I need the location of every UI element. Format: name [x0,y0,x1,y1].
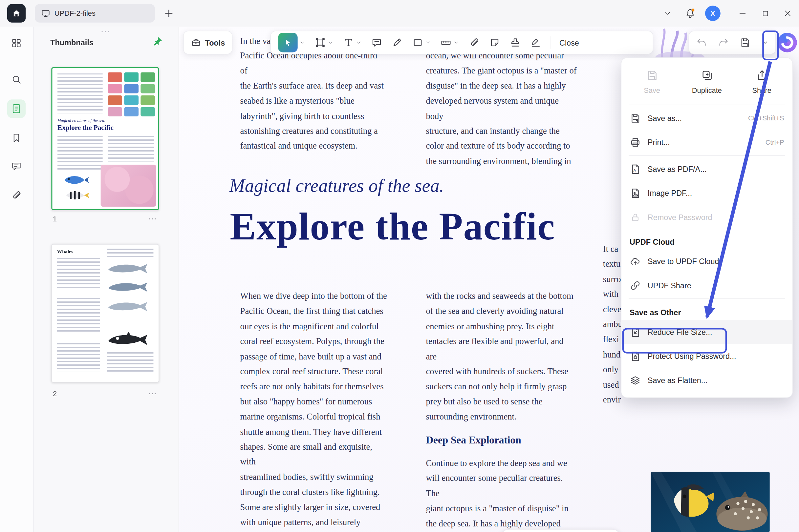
highlighter-tool-button[interactable] [392,37,403,48]
undo-icon[interactable] [696,37,707,48]
image-file-icon [630,187,641,198]
menu-item-save-as[interactable]: Save as... Ctrl+Shift+S [621,106,793,130]
document-tab[interactable]: UPDF-2-files [35,4,155,23]
collapse-toolbar-chevron[interactable] [656,9,679,17]
maximize-button[interactable] [754,10,776,17]
menu-divider [629,104,785,105]
comment-tool-button[interactable] [371,37,382,48]
intro-left-column: Pacific Ocean occupies about one-third o… [240,48,387,154]
save-as-icon [630,113,641,124]
thumb2-text-placeholder-4 [107,249,153,259]
thumb1-coral-image [101,165,156,207]
page-thumbnail-2[interactable]: Whales [51,244,159,382]
measure-chevron-icon[interactable] [453,39,459,45]
monitor-icon [41,9,50,18]
close-window-button[interactable] [776,9,799,17]
thumb2-text-placeholder-2 [57,298,100,334]
pin-panel-icon[interactable] [152,36,163,46]
page-navigation-bar[interactable] [500,530,621,532]
bookmarks-icon[interactable] [7,129,25,147]
quick-action-duplicate[interactable]: Duplicate [679,65,734,99]
toolbox-icon [191,37,201,48]
cloud-upload-icon [630,255,641,267]
body-middle-column: with the rocks and seaweeds at the botto… [426,289,576,424]
apps-grid-icon[interactable] [7,34,25,52]
quick-action-share[interactable]: Share [734,65,789,99]
search-icon[interactable] [7,70,25,89]
editing-toolbar: Close [271,31,653,54]
body-middle-column-continued: Continue to explore the deep sea and we … [426,456,576,532]
redo-icon[interactable] [718,37,729,48]
edit-object-tool-button[interactable] [314,37,326,48]
menu-divider [629,299,785,299]
app-window: In the va Pacific Ocean occupies about o… [0,0,799,532]
cursor-arrow-icon [283,38,292,47]
save-icon[interactable] [740,37,751,48]
shapes-chevron-icon[interactable] [425,39,431,45]
tab-title: UPDF-2-files [54,9,95,17]
panel-drag-handle[interactable]: ⋯ [101,25,111,37]
printer-icon [630,137,641,148]
updf-ai-logo[interactable] [777,33,797,52]
menu-item-updf-share[interactable]: UPDF Share [621,273,793,297]
intro-right-column: ocean, we will encounter some peculiar c… [426,48,577,169]
thumb1-creature-grid-image [108,72,155,116]
comments-icon[interactable] [7,157,25,175]
quick-actions-row: Save Duplicate Share [621,61,793,103]
thumbnails-panel-icon[interactable] [7,99,25,118]
attach-file-tool-button[interactable] [469,37,479,48]
compress-file-icon [630,326,641,338]
menu-item-save-as-flatten[interactable]: Save as Flatten... [621,368,793,392]
notifications-bell-icon[interactable] [679,7,702,19]
select-tool-button[interactable] [278,33,297,52]
tools-label: Tools [205,38,225,47]
thumb1-text-placeholder-left [57,136,103,170]
home-button[interactable] [7,4,25,23]
panel-title: Thumbnails [50,38,94,47]
signature-tool-button[interactable] [530,37,541,48]
text-tool-button[interactable] [343,37,354,48]
section-header-updf-cloud: UPDF Cloud [621,229,793,249]
sidebar-icon-rail [0,26,34,532]
text-tool-chevron-icon[interactable] [356,39,362,45]
menu-item-print[interactable]: Print... Ctrl+P [621,130,793,154]
measure-tool-button[interactable] [440,37,451,48]
home-icon [11,8,21,18]
thumb2-text-placeholder-3 [57,343,100,372]
shapes-tool-button[interactable] [412,37,423,48]
page-thumbnail-1[interactable]: Magical creatures of the sea. Explore th… [51,67,159,210]
minimize-button[interactable] [731,9,754,17]
stamp-tool-button[interactable] [509,37,521,48]
lock-icon [630,212,641,223]
menu-item-save-to-updf-cloud[interactable]: Save to UPDF Cloud [621,249,793,273]
thumb2-text-placeholder-1 [57,258,100,289]
save-icon [646,69,658,82]
attachments-icon[interactable] [7,186,25,204]
toolbar-divider [550,36,551,49]
menu-item-save-as-pdfa[interactable]: A Save as PDF/A... [621,157,793,181]
save-menu-chevron-icon[interactable] [762,39,769,46]
close-editing-button[interactable]: Close [559,38,579,47]
page-number-2: 2 [53,390,57,398]
thumb1-text-placeholder-top [57,74,103,113]
quick-action-save[interactable]: Save [624,65,679,99]
tools-button[interactable]: Tools [183,31,232,54]
menu-item-protect-using-password[interactable]: Protect Using Password... [621,344,793,368]
new-tab-button[interactable] [163,7,174,19]
menu-divider [629,155,785,156]
thumb1-tagline: Magical creatures of the sea. [57,118,105,123]
sticker-tool-button[interactable] [489,37,500,48]
menu-item-remove-password: Remove Password [621,205,793,229]
thumb1-text-placeholder-right [108,136,154,162]
user-avatar[interactable]: X [702,5,724,21]
edit-object-chevron-icon[interactable] [327,39,333,45]
menu-item-reduce-file-size[interactable]: Reduce File Size... [621,320,793,344]
thumb2-title: Whales [57,249,74,254]
thumb2-whale-2-image [106,281,152,294]
page-1-more-button[interactable]: ⋯ [148,214,157,224]
select-tool-chevron-icon[interactable] [299,39,305,45]
menu-item-image-pdf[interactable]: Image PDF... [621,181,793,205]
page-2-more-button[interactable]: ⋯ [148,389,157,399]
duplicate-icon [701,69,713,82]
thumb1-blue-fish-image [63,174,89,186]
